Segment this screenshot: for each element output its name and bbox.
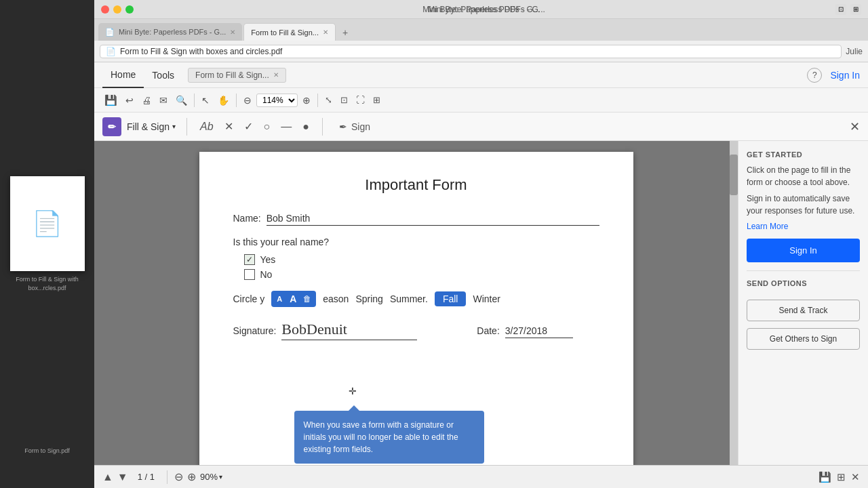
prev-page-btn[interactable]: ▲ [102,471,113,483]
tooltip-box: When you save a form with a signature or… [294,411,484,464]
winter-option[interactable]: Winter [473,293,500,304]
select-tool-btn[interactable]: ↖ [198,93,213,108]
name-field[interactable]: Bob Smith [267,213,599,226]
page-indicator: 1 / 1 [132,472,160,482]
app-tab-tools[interactable]: Tools [144,62,182,88]
minimize-light[interactable] [113,5,121,14]
send-track-btn[interactable]: Send & Track [747,300,860,321]
tool-line[interactable]: — [279,119,294,135]
window-pip-btn[interactable]: ⊡ [835,4,846,15]
sign-pen-icon: ✒ [339,121,347,132]
toolbar-divider-1 [194,94,195,107]
name-label: Name: [233,213,261,224]
crop-btn[interactable]: ⤡ [321,93,336,107]
get-started-title: GET STARTED [747,150,860,159]
fit-page-btn[interactable]: ⊡ [337,93,351,107]
fall-option[interactable]: Fall [435,291,467,306]
tab-form[interactable]: Form to Fill & Sign... ✕ [243,23,336,41]
save-btn[interactable]: 💾 [101,92,121,108]
pdf-viewer: Important Form Name: Bob Smith Is this y… [94,141,738,465]
sign-in-info: Sign in to automatically save your respo… [747,192,860,217]
back-btn[interactable]: ↩ [122,93,137,108]
tab-label-form: Form to Fill & Sign... [251,28,319,37]
scroll-thumb[interactable] [730,155,738,195]
fill-sign-dropdown-icon: ▾ [172,123,176,130]
status-divider [167,470,167,484]
learn-more-link[interactable]: Learn More [747,222,788,231]
pdf-tab-label[interactable]: Form to Fill & Sign... ✕ [188,68,286,83]
right-sidebar: GET STARTED Click on the page to fill in… [738,141,868,465]
more-status-btn[interactable]: ⊞ [837,471,846,483]
tool-cross[interactable]: ✕ [222,118,235,135]
address-bar-content: 📄 Form to Fill & Sign with boxes and cir… [100,45,842,58]
search-btn[interactable]: 🔍 [172,93,191,108]
email-btn[interactable]: ✉ [156,93,171,108]
hand-tool-btn[interactable]: ✋ [214,93,233,108]
spring-option[interactable]: Spring [355,293,382,304]
get-others-sign-btn[interactable]: Get Others to Sign [747,328,860,350]
pdf-tab-close[interactable]: ✕ [273,71,279,79]
tool-ab[interactable]: Ab [198,119,216,135]
zoom-out-status-btn[interactable]: ⊖ [174,470,183,483]
print-btn[interactable]: 🖨 [138,93,155,108]
page-total: 1 [150,472,155,482]
small-a-btn[interactable]: A [273,293,285,304]
zoom-out-btn[interactable]: ⊖ [240,93,255,108]
title-bar: Mini Byte: Paperless PDFs - G... Mini By… [94,0,868,19]
app-nav-right: ? Sign In [807,68,860,83]
date-value: 3/27/2018 [505,325,547,336]
close-status-btn[interactable]: ✕ [851,471,860,483]
no-checkbox[interactable] [244,269,255,280]
tooltip-text: When you save a form with a signature or… [304,420,458,454]
sign-in-nav-btn[interactable]: Sign In [830,70,860,81]
name-row: Name: Bob Smith [233,213,599,226]
tool-dot[interactable]: ● [300,119,311,135]
fill-sign-divider-2 [322,118,323,136]
next-page-btn[interactable]: ▼ [117,471,128,483]
date-field[interactable]: 3/27/2018 [505,325,573,338]
fill-sign-toolbar: ✏ Fill & Sign ▾ Ab ✕ ✓ ○ — ● ✒ Sign ✕ [94,113,868,141]
sign-tool-btn[interactable]: ✒ Sign [334,119,376,135]
form-title: Important Form [233,176,599,194]
fullscreen-btn[interactable]: ⛶ [353,93,368,107]
delete-btn[interactable]: 🗑 [300,293,314,305]
yes-checkbox[interactable]: ✓ [244,254,255,265]
main-content: Important Form Name: Bob Smith Is this y… [94,141,868,465]
tab-mini-byte[interactable]: 📄 Mini Byte: Paperless PDFs - G... ✕ [98,23,242,41]
signature-field[interactable]: BobDenuit [281,321,417,340]
send-options-title: SEND OPTIONS [747,279,860,287]
zoom-text: 90% [200,472,218,482]
save-status-btn[interactable]: 💾 [818,471,831,483]
pdf-page: Important Form Name: Bob Smith Is this y… [199,152,633,465]
window-fullscreen-btn[interactable]: ⊞ [850,4,861,15]
help-btn[interactable]: ? [807,68,822,83]
pdf-thumbnail: 📄 [10,176,85,271]
get-started-text: Click on the page to fill in the form or… [747,164,860,188]
zoom-in-btn[interactable]: ⊕ [299,93,314,108]
tools-label: Tools [152,70,174,81]
summer-option[interactable]: Summer. [390,293,428,304]
tab-close-mini-byte[interactable]: ✕ [230,28,235,36]
zoom-select[interactable]: 114% [256,94,298,107]
zoom-in-status-btn[interactable]: ⊕ [187,470,196,483]
maximize-light[interactable] [125,5,134,14]
fill-sign-label[interactable]: Fill & Sign ▾ [127,121,176,132]
circle-label: Circle y [233,293,265,304]
page-separator: / [145,472,150,482]
zoom-value-status[interactable]: 90% ▾ [200,472,222,482]
sign-in-sidebar-btn[interactable]: Sign In [747,239,860,262]
sign-label: Sign [351,121,370,132]
app-tab-home[interactable]: Home [102,62,144,88]
tab-bar: 📄 Mini Byte: Paperless PDFs - G... ✕ For… [94,19,868,41]
no-checkbox-row: No [244,269,599,280]
no-label: No [260,269,273,280]
scroll-track[interactable] [730,141,738,465]
tab-close-form[interactable]: ✕ [323,28,328,36]
tool-check[interactable]: ✓ [242,118,255,135]
close-fill-sign-btn[interactable]: ✕ [850,119,860,134]
more-tools-btn[interactable]: ⊞ [370,93,384,107]
large-a-btn[interactable]: A [286,292,300,306]
tool-circle[interactable]: ○ [262,119,273,135]
close-light[interactable] [101,5,109,14]
new-tab-btn[interactable]: + [337,24,353,41]
